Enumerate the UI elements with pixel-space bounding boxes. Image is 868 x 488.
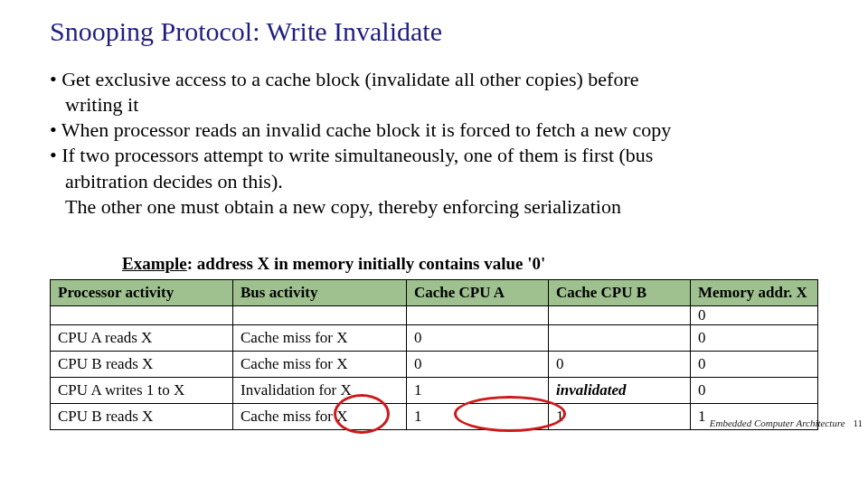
cell: 0 (691, 305, 818, 324)
col-memory-addr-x: Memory addr. X (691, 279, 818, 305)
cell: Invalidation for X (233, 377, 407, 403)
table-header-row: Processor activity Bus activity Cache CP… (51, 279, 818, 305)
cell: 0 (549, 351, 691, 377)
table-row: CPU A reads X Cache miss for X 0 0 (51, 324, 818, 351)
cell (407, 305, 549, 324)
cell: CPU A reads X (51, 324, 233, 351)
example-caption-underlined: Example (122, 254, 187, 273)
slide-root: Snooping Protocol: Write Invalidate • Ge… (0, 0, 868, 430)
cell: 0 (407, 351, 549, 377)
page-number: 11 (853, 418, 863, 428)
cell: Cache miss for X (233, 403, 407, 429)
bullet-3-line1: • If two processors attempt to write sim… (50, 143, 818, 168)
cell (51, 305, 233, 324)
cell (233, 305, 407, 324)
col-bus-activity: Bus activity (233, 279, 407, 305)
table-row: CPU B reads X Cache miss for X 0 0 0 (51, 351, 818, 377)
cell: 0 (691, 324, 818, 351)
cell: 1 (407, 377, 549, 403)
bullet-1-line2: writing it (50, 92, 818, 117)
slide-body: Snooping Protocol: Write Invalidate • Ge… (0, 0, 868, 430)
col-cache-cpu-a: Cache CPU A (407, 279, 549, 305)
cell: Cache miss for X (233, 351, 407, 377)
cell: 0 (691, 351, 818, 377)
cell: 0 (691, 377, 818, 403)
col-cache-cpu-b: Cache CPU B (549, 279, 691, 305)
bullet-3-line3: The other one must obtain a new copy, th… (50, 194, 818, 220)
cell: 1 (549, 403, 691, 429)
bullet-3-line2: arbitration decides on this). (50, 169, 818, 194)
cache-table: Processor activity Bus activity Cache CP… (50, 279, 818, 430)
slide-footer: Embedded Computer Architecture 11 (710, 418, 863, 428)
cell (549, 324, 691, 351)
example-caption: Example: address X in memory initially c… (122, 254, 818, 274)
cell-invalidated: invalidated (549, 377, 691, 403)
cell: CPU B reads X (51, 403, 233, 429)
table-row: CPU B reads X Cache miss for X 1 1 1 (51, 403, 818, 429)
cell: CPU A writes 1 to X (51, 377, 233, 403)
bullet-list: • Get exclusive access to a cache block … (50, 67, 818, 220)
slide-title: Snooping Protocol: Write Invalidate (50, 16, 818, 47)
table-row: CPU A writes 1 to X Invalidation for X 1… (51, 377, 818, 403)
example-caption-rest: : address X in memory initially contains… (187, 254, 546, 273)
bullet-2: • When processor reads an invalid cache … (50, 117, 818, 143)
cell: 0 (407, 324, 549, 351)
cell: 1 (407, 403, 549, 429)
cell: CPU B reads X (51, 351, 233, 377)
bullet-1-line1: • Get exclusive access to a cache block … (50, 67, 818, 92)
cell (549, 305, 691, 324)
col-processor-activity: Processor activity (51, 279, 233, 305)
table-row: 0 (51, 305, 818, 324)
footer-text: Embedded Computer Architecture (710, 418, 845, 428)
cell: Cache miss for X (233, 324, 407, 351)
